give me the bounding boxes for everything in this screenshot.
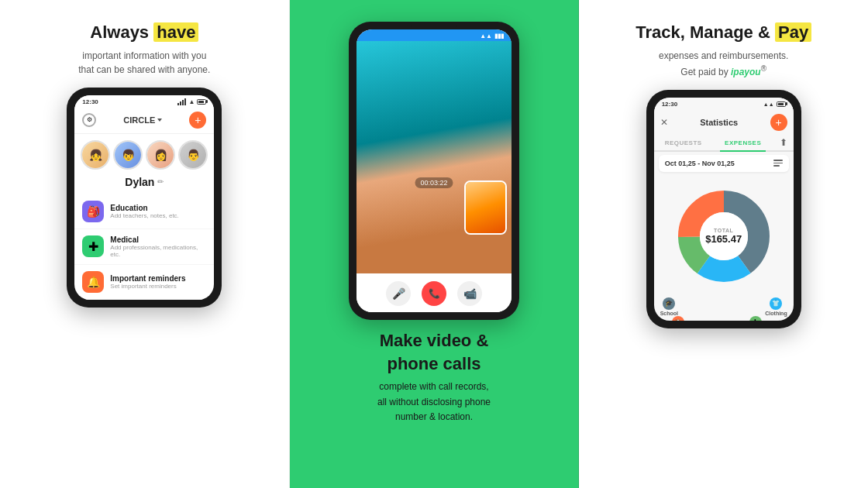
tab-requests[interactable]: REQUESTS xyxy=(660,136,707,150)
chart-area: TOTAL $165.47 xyxy=(654,175,794,297)
medical-title: Medical xyxy=(110,235,206,244)
call-controls: 🎤 📞 📹 xyxy=(356,273,512,312)
video-call-bg: 00:03:22 xyxy=(356,41,512,273)
circle-label: CIRCLE xyxy=(123,115,162,125)
status-bar-right: 12:30 ▲▲ xyxy=(654,98,794,109)
school-label: School xyxy=(660,311,678,316)
close-icon[interactable]: ✕ xyxy=(660,117,668,128)
medical-text: Medical Add professionals, medications, … xyxy=(110,235,206,258)
education-icon: 🎒 xyxy=(82,201,104,222)
middle-heading-highlight: calls xyxy=(443,354,481,373)
time-left: 12:30 xyxy=(82,98,98,105)
call-timer: 00:03:22 xyxy=(415,177,453,188)
signal-icon xyxy=(177,98,186,105)
status-icons-mid: ▲▲ ▮▮▮ xyxy=(480,33,504,40)
middle-heading: Make video & phone calls xyxy=(380,329,489,375)
wifi-icon: ▲ xyxy=(188,98,195,105)
app-header: ⚙ CIRCLE + xyxy=(74,107,214,134)
end-call-button[interactable]: 📞 xyxy=(422,281,446,306)
clothing-dot: 👕 xyxy=(770,297,782,310)
user-name-row: Dylan ✏ xyxy=(74,173,214,194)
reminders-title: Important reminders xyxy=(110,274,185,283)
status-icons-right: ▲▲ xyxy=(763,101,786,107)
middle-phone-screen: ▲▲ ▮▮▮ 00:03:22 🎤 xyxy=(356,29,512,312)
total-label: TOTAL xyxy=(714,228,733,233)
right-subtext: expenses and reimbursements. Get paid by… xyxy=(659,49,788,79)
add-stats-button[interactable]: + xyxy=(770,114,787,131)
left-panel: Always have important information with y… xyxy=(0,0,290,488)
left-heading: Always have xyxy=(90,22,198,44)
left-heading-plain: Always xyxy=(90,22,153,42)
stats-title: Statistics xyxy=(700,118,738,127)
add-button[interactable]: + xyxy=(189,112,206,129)
pip-person xyxy=(466,182,505,233)
medical-menu-item[interactable]: ✚ Medical Add professionals, medications… xyxy=(74,229,214,265)
label-school: 🎓 School xyxy=(660,297,678,316)
date-range: Oct 01,25 - Nov 01,25 xyxy=(665,160,735,167)
chevron-down-icon xyxy=(157,119,162,122)
mute-button[interactable]: 🎤 xyxy=(386,281,411,306)
medical-sub: Add professionals, medications, etc. xyxy=(110,244,206,258)
middle-panel: ▲▲ ▮▮▮ 00:03:22 🎤 xyxy=(290,0,580,488)
label-medical: ✚ Medical xyxy=(746,316,766,321)
middle-subtext: complete with call records,all without d… xyxy=(377,380,491,424)
school-dot: 🎓 xyxy=(663,297,675,310)
battery-right xyxy=(777,101,786,107)
right-heading-plain: Track, Manage & xyxy=(636,22,775,42)
avatar-1[interactable]: 👧 xyxy=(81,140,110,170)
right-phone-screen: 12:30 ▲▲ ✕ Statistics + REQUESTS EXPENSE… xyxy=(654,98,794,321)
tab-expenses[interactable]: EXPENSES xyxy=(720,136,766,150)
left-phone-screen: 12:30 ▲ ⚙ xyxy=(74,95,214,300)
pip-video-bg xyxy=(466,182,505,233)
reminders-sub: Set important reminders xyxy=(110,283,185,290)
middle-phone-frame: ▲▲ ▮▮▮ 00:03:22 🎤 xyxy=(349,22,519,320)
pip-video xyxy=(464,180,507,235)
video-toggle-button[interactable]: 📹 xyxy=(457,281,482,306)
reminders-icon: 🔔 xyxy=(82,271,104,293)
reminders-menu-item[interactable]: 🔔 Important reminders Set important remi… xyxy=(74,265,214,300)
date-range-row: Oct 01,25 - Nov 01,25 xyxy=(659,155,789,172)
label-fieldtrips: 🏠 Field Trips xyxy=(665,316,692,321)
right-phone-frame: 12:30 ▲▲ ✕ Statistics + REQUESTS EXPENSE… xyxy=(646,90,801,328)
medical-dot: ✚ xyxy=(749,316,762,321)
edit-icon[interactable]: ✏ xyxy=(157,177,164,186)
medical-icon: ✚ xyxy=(82,235,104,257)
middle-heading-plain: phone xyxy=(387,354,443,373)
left-subtext: important information with youthat can b… xyxy=(78,49,210,77)
left-phone-frame: 12:30 ▲ ⚙ xyxy=(67,88,222,308)
label-clothing: 👕 Clothing xyxy=(765,297,787,316)
stats-header: ✕ Statistics + xyxy=(654,109,794,136)
time-right: 12:30 xyxy=(662,101,677,108)
status-icons: ▲ xyxy=(177,98,206,105)
fieldtrips-dot: 🏠 xyxy=(672,316,684,321)
status-bar-left: 12:30 ▲ xyxy=(74,95,214,107)
clothing-label: Clothing xyxy=(765,311,787,316)
education-title: Education xyxy=(110,204,179,212)
user-name: Dylan xyxy=(125,176,154,188)
filter-icon[interactable] xyxy=(773,160,783,167)
battery-icon xyxy=(197,99,206,105)
avatars-row: 👧 👦 👩 👨 xyxy=(74,134,214,173)
chart-center: TOTAL $165.47 xyxy=(705,228,742,245)
settings-icon[interactable]: ⚙ xyxy=(82,113,96,127)
caller-face-gradient xyxy=(356,41,512,273)
brand-name: ipayou xyxy=(731,67,761,77)
right-heading: Track, Manage & Pay xyxy=(636,22,811,44)
avatar-3[interactable]: 👩 xyxy=(146,140,175,170)
education-text: Education Add teachers, notes, etc. xyxy=(110,204,179,219)
right-panel: Track, Manage & Pay expenses and reimbur… xyxy=(579,0,868,488)
reminders-text: Important reminders Set important remind… xyxy=(110,274,185,290)
education-sub: Add teachers, notes, etc. xyxy=(110,212,179,219)
left-heading-highlight: have xyxy=(153,22,198,42)
status-bar-mid: ▲▲ ▮▮▮ xyxy=(356,29,512,41)
share-icon[interactable]: ⬆ xyxy=(780,137,787,148)
avatar-2[interactable]: 👦 xyxy=(113,140,143,170)
education-menu-item[interactable]: 🎒 Education Add teachers, notes, etc. xyxy=(74,194,214,229)
right-heading-highlight: Pay xyxy=(775,22,811,42)
chart-labels-row: 🎓 School 👕 Clothing ✚ Medical 🏠 Field Tr… xyxy=(659,297,789,321)
tabs-row: REQUESTS EXPENSES ⬆ xyxy=(654,136,794,152)
total-amount: $165.47 xyxy=(705,233,742,245)
avatar-4[interactable]: 👨 xyxy=(178,140,208,170)
